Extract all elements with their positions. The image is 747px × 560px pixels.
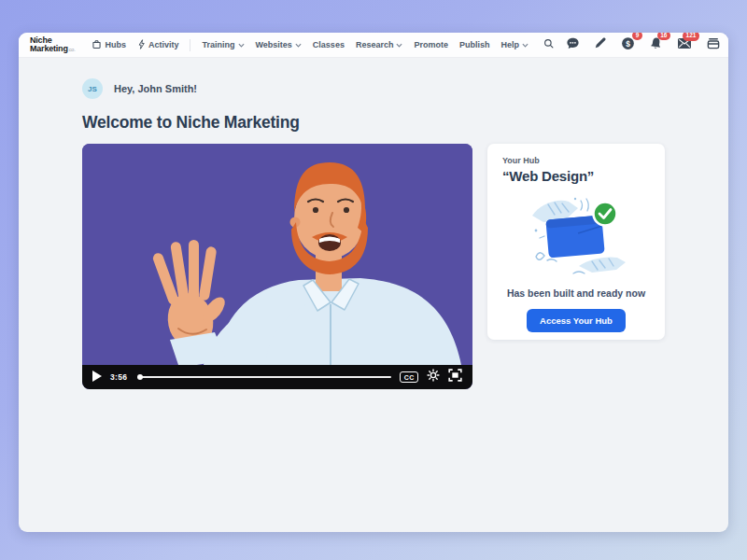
settings-gear-icon[interactable] <box>427 369 440 385</box>
logo-suffix: co. <box>69 47 76 52</box>
chat-button[interactable] <box>566 36 580 54</box>
chevron-down-icon <box>396 40 402 49</box>
hub-status-text: Has been built and ready now <box>502 287 650 299</box>
nav-item-classes[interactable]: Classes <box>313 40 345 49</box>
nav-label: Research <box>356 40 394 49</box>
nav-item-activity[interactable]: Activity <box>137 39 179 51</box>
hub-card-title: “Web Design” <box>502 168 650 184</box>
page-title: Welcome to Niche Marketing <box>82 113 728 133</box>
brand-logo[interactable]: Niche Marketingco. <box>30 36 75 54</box>
video-timestamp: 3:56 <box>110 372 127 382</box>
billing-button[interactable] <box>706 36 721 54</box>
pencil-icon <box>594 36 607 53</box>
nav-item-promote[interactable]: Promote <box>414 40 448 49</box>
chat-icon <box>566 36 580 54</box>
main-nav: Hubs Activity Training Websites Classes … <box>92 38 555 51</box>
nav-label: Classes <box>313 40 345 49</box>
header-icon-cluster: $ 9 16 121 <box>566 35 728 55</box>
messages-badge: 121 <box>683 33 699 41</box>
compose-button[interactable] <box>594 36 607 53</box>
nav-label: Promote <box>414 40 448 49</box>
video-progress-bar[interactable] <box>138 376 391 378</box>
earnings-badge: 9 <box>632 33 642 40</box>
search-icon <box>543 38 555 51</box>
greeting-row: JS Hey, John Smith! <box>82 78 728 99</box>
nav-label: Websites <box>256 40 292 49</box>
greeting-text: Hey, John Smith! <box>114 83 197 94</box>
access-hub-button[interactable]: Access Your Hub <box>527 309 626 332</box>
video-controls: 3:56 CC <box>82 365 472 389</box>
captions-button[interactable]: CC <box>400 371 418 383</box>
hub-status-card: Your Hub “Web Design” <box>487 144 665 340</box>
nav-item-publish[interactable]: Publish <box>459 40 490 49</box>
notifications-button[interactable]: 16 <box>649 36 663 54</box>
lightning-icon <box>137 39 146 51</box>
video-illustration <box>82 144 472 365</box>
svg-text:$: $ <box>626 38 630 48</box>
user-avatar: JS <box>82 78 103 99</box>
play-button[interactable] <box>92 369 102 385</box>
box-icon <box>92 39 102 51</box>
nav-item-hubs[interactable]: Hubs <box>92 39 126 51</box>
messages-button[interactable]: 121 <box>677 36 692 53</box>
nav-label: Hubs <box>105 40 126 49</box>
main-content: 3:56 CC Your Hub “Web Design” <box>82 144 728 389</box>
search-button[interactable] <box>543 38 555 51</box>
notifications-badge: 16 <box>657 33 670 40</box>
nav-item-websites[interactable]: Websites <box>256 40 302 49</box>
nav-label: Training <box>202 40 234 49</box>
nav-label: Publish <box>459 40 490 49</box>
nav-label: Activity <box>148 40 179 49</box>
nav-item-training[interactable]: Training <box>202 40 244 49</box>
nav-item-help[interactable]: Help <box>500 40 529 49</box>
top-navbar: Niche Marketingco. Hubs Activity Trainin… <box>19 33 728 58</box>
chevron-down-icon <box>295 40 302 49</box>
fullscreen-button[interactable] <box>448 369 462 385</box>
wallet-icon <box>706 36 721 54</box>
chevron-down-icon <box>238 40 245 49</box>
nav-label: Help <box>500 40 519 49</box>
app-window: Niche Marketingco. Hubs Activity Trainin… <box>19 33 728 532</box>
hub-card-eyebrow: Your Hub <box>502 156 650 165</box>
wallet-illustration <box>519 188 633 281</box>
nav-item-research[interactable]: Research <box>356 40 403 49</box>
welcome-video-player[interactable]: 3:56 CC <box>82 144 472 389</box>
earnings-button[interactable]: $ 9 <box>621 36 635 54</box>
nav-divider <box>190 39 190 51</box>
chevron-down-icon <box>522 40 529 49</box>
logo-line2: Marketingco. <box>30 45 75 53</box>
video-playhead[interactable] <box>137 374 143 380</box>
